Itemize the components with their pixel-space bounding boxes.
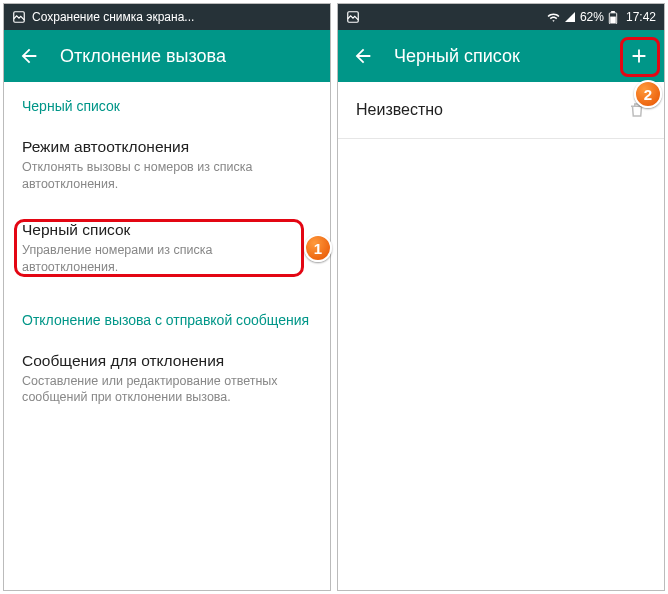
item-title: Черный список [22,221,312,239]
blacklist-content: Неизвестно [338,82,664,590]
item-subtitle: Отклонять вызовы с номеров из списка авт… [22,159,312,193]
list-item-label: Неизвестно [356,101,443,119]
screenshot-icon [346,10,360,24]
screenshot-icon [12,10,26,24]
phone-screen-left: Сохранение снимка экрана... Отклонение в… [3,3,331,591]
settings-content: Черный список Режим автоотклонения Откло… [4,82,330,590]
section-label-reject-msg: Отклонение вызова с отправкой сообщения [4,290,330,338]
phone-screen-right: 62% 17:42 Черный список Неизвестно 2 [337,3,665,591]
item-blacklist[interactable]: Черный список Управление номерами из спи… [4,207,330,290]
item-title: Сообщения для отклонения [22,352,312,370]
item-reject-messages[interactable]: Сообщения для отклонения Составление или… [4,338,330,421]
app-bar: Черный список [338,30,664,82]
item-auto-reject-mode[interactable]: Режим автоотклонения Отклонять вызовы с … [4,124,330,207]
svg-rect-4 [610,16,616,23]
signal-icon [564,11,576,23]
item-subtitle: Управление номерами из списка автоотклон… [22,242,312,276]
svg-rect-3 [611,11,615,13]
add-icon[interactable] [628,45,650,67]
status-bar: Сохранение снимка экрана... [4,4,330,30]
divider [338,138,664,139]
clock: 17:42 [626,10,656,24]
status-right: 62% 17:42 [547,10,656,24]
list-item-unknown[interactable]: Неизвестно [338,82,664,138]
battery-percent: 62% [580,10,604,24]
status-text: Сохранение снимка экрана... [32,10,194,24]
app-bar: Отклонение вызова [4,30,330,82]
wifi-icon [547,11,560,24]
app-bar-title: Черный список [394,46,608,67]
back-arrow-icon[interactable] [18,45,40,67]
callout-2: 2 [634,80,662,108]
section-label-blacklist: Черный список [4,82,330,124]
app-bar-title: Отклонение вызова [60,46,316,67]
item-subtitle: Составление или редактирование ответных … [22,373,312,407]
item-title: Режим автоотклонения [22,138,312,156]
status-bar: 62% 17:42 [338,4,664,30]
back-arrow-icon[interactable] [352,45,374,67]
battery-icon [608,11,618,24]
callout-1: 1 [304,234,332,262]
